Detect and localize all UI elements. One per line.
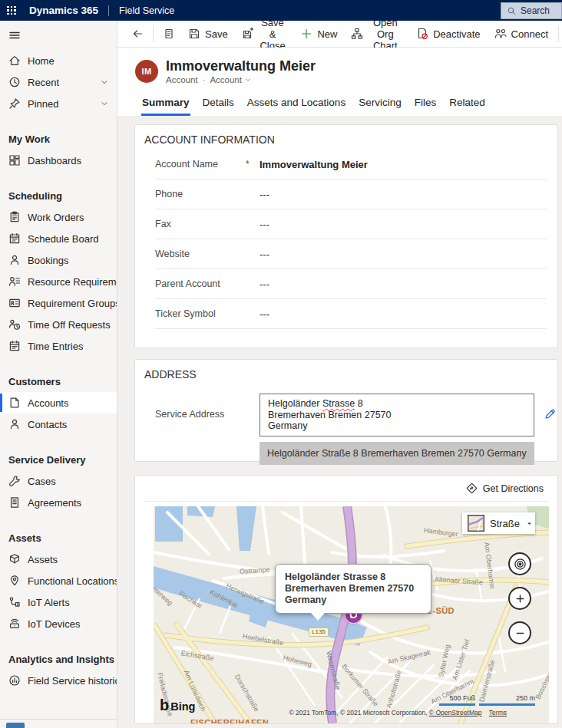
- command-bar: SaveSave & CloseNewOpen Org ChartDeactiv…: [117, 21, 562, 48]
- clock-icon: [8, 76, 21, 88]
- field-label: Service Address: [155, 394, 260, 436]
- form-selector[interactable]: Account: [210, 75, 252, 84]
- toolbar-deactivate[interactable]: Deactivate: [409, 23, 487, 44]
- sidebar-item-pinned[interactable]: Pinned: [0, 93, 117, 114]
- field-value[interactable]: ---: [260, 219, 269, 230]
- nav-group-service-delivery: Service Delivery: [0, 449, 117, 470]
- waffle-menu-icon[interactable]: [0, 0, 23, 21]
- field-label: Fax: [155, 219, 246, 229]
- calendar-icon: [8, 340, 21, 352]
- openstreetmap-link[interactable]: © OpenStreetMap: [429, 709, 482, 716]
- pencil-icon: [544, 407, 557, 423]
- scale-meters-bar: [479, 703, 535, 706]
- edit-address-button[interactable]: [544, 407, 557, 423]
- nav-group-customers: Customers: [0, 371, 117, 392]
- sidebar-item-bookings[interactable]: Bookings: [0, 249, 117, 271]
- sidebar-item-time-off-requests[interactable]: Time Off Requests: [0, 314, 117, 335]
- section-title: ADDRESS: [135, 360, 557, 384]
- sidebar-item-recent[interactable]: Recent: [0, 71, 117, 93]
- hamburger-menu-icon[interactable]: [0, 21, 21, 50]
- sidebar-item-home[interactable]: Home: [0, 50, 117, 71]
- tab-related[interactable]: Related: [448, 95, 486, 116]
- account-information-section: ACCOUNT INFORMATION Account Name*Immover…: [134, 124, 558, 348]
- tab-servicing[interactable]: Servicing: [358, 95, 402, 116]
- search-input[interactable]: Search: [501, 2, 562, 19]
- locate-me-button[interactable]: [508, 552, 531, 575]
- toolbar-connect[interactable]: Connect: [488, 23, 555, 44]
- tab-details[interactable]: Details: [202, 95, 235, 116]
- id-card-icon: [8, 297, 21, 309]
- sidebar-item-agreements[interactable]: Agreements: [0, 492, 117, 513]
- address-suggestion[interactable]: Helgoländer Straße 8 Bremerhaven Bremen …: [260, 442, 534, 465]
- sidebar-item-functional-locations[interactable]: Functional Locations: [0, 570, 117, 591]
- map-route-badge: L135: [309, 628, 329, 637]
- field-row-fax: Fax---: [155, 209, 547, 239]
- page-title: Immoverwaltung Meier: [166, 58, 316, 74]
- home-icon: [8, 54, 21, 67]
- sidebar-item-schedule-board[interactable]: Schedule Board: [0, 228, 117, 249]
- breadcrumb: Account · Account: [166, 75, 316, 84]
- breadcrumb-dot: ·: [203, 75, 206, 84]
- sidebar-item-contacts[interactable]: Contacts: [0, 413, 117, 435]
- sidebar-item-iot-alerts[interactable]: IoT Alerts: [0, 591, 117, 613]
- topbar-divider: [108, 5, 109, 16]
- caret-down-icon: [525, 519, 534, 528]
- map-pin-icon: [8, 575, 21, 587]
- nav-group-scheduling: Scheduling: [0, 185, 117, 206]
- chevron-down-icon[interactable]: [100, 99, 109, 108]
- sidebar-item-work-orders[interactable]: Work Orders: [0, 206, 117, 228]
- record-header: IM Immoverwaltung Meier Account · Accoun…: [117, 48, 562, 95]
- save-icon: [188, 28, 200, 40]
- toolbar-open-org-chart[interactable]: Open Org Chart: [344, 23, 409, 44]
- chevron-down-icon[interactable]: [100, 77, 109, 87]
- sidebar-item-time-entries[interactable]: Time Entries: [0, 335, 117, 357]
- field-value[interactable]: ---: [260, 189, 269, 200]
- pin-icon: [8, 97, 21, 110]
- service-address-textarea[interactable]: Helgoländer Strasse 8Bremerhaven Bremen …: [260, 394, 534, 436]
- sidebar-item-dashboards[interactable]: Dashboards: [0, 150, 117, 171]
- sidebar-item-accounts[interactable]: Accounts: [0, 392, 117, 413]
- area-switcher[interactable]: [6, 723, 25, 728]
- field-value[interactable]: ---: [260, 308, 269, 320]
- form-tabs: SummaryDetailsAssets and LocationsServic…: [117, 95, 562, 116]
- sidebar-item-field-service-historic[interactable]: Field Service historic...: [0, 670, 117, 691]
- toolbar-back[interactable]: [125, 23, 150, 44]
- connect-icon: [494, 28, 507, 40]
- wrench-icon: [8, 475, 21, 487]
- field-label: Ticker Symbol: [155, 308, 246, 319]
- toolbar-save-close[interactable]: Save & Close: [235, 23, 294, 44]
- toolbar-form-switcher[interactable]: [157, 23, 181, 44]
- arrow-left-icon: [131, 28, 144, 40]
- nav-group-my-work: My Work: [0, 128, 117, 150]
- bing-logo[interactable]: b Bing: [160, 697, 195, 713]
- zoom-out-button[interactable]: [508, 621, 531, 644]
- tab-summary[interactable]: Summary: [141, 95, 190, 116]
- toolbar-save[interactable]: Save: [181, 23, 235, 44]
- field-value[interactable]: ---: [260, 249, 269, 260]
- map-section: Get Directions: [134, 475, 558, 724]
- sidebar-item-requirement-groups[interactable]: Requirement Groups: [0, 292, 117, 314]
- map-popup-text: Helgoländer Strasse 8Bremerhaven Bremen …: [285, 572, 414, 605]
- sidebar-item-assets[interactable]: Assets: [0, 548, 117, 570]
- sidebar-item-resource-requireme[interactable]: Resource Requireme...: [0, 271, 117, 292]
- tab-assets-and-locations[interactable]: Assets and Locations: [246, 95, 346, 116]
- sidebar-item-cases[interactable]: Cases: [0, 470, 117, 492]
- map-style-selector[interactable]: Straße: [462, 512, 535, 534]
- form-body: ACCOUNT INFORMATION Account Name*Immover…: [117, 116, 562, 728]
- zoom-in-button[interactable]: [508, 587, 531, 610]
- map-label: FISCHEREIHAFEN: [190, 718, 269, 723]
- toolbar-new[interactable]: New: [293, 23, 344, 44]
- field-value[interactable]: Immoverwaltung Meier: [260, 159, 368, 170]
- sidebar-item-iot-devices[interactable]: IoT Devices: [0, 613, 117, 634]
- tab-files[interactable]: Files: [414, 95, 438, 116]
- terms-link[interactable]: Terms: [489, 709, 507, 716]
- doc-corner-icon: [8, 397, 21, 409]
- nav-group-analytics-and-insights: Analytics and Insights: [0, 648, 117, 670]
- field-row-website: Website---: [155, 239, 547, 269]
- field-value[interactable]: ---: [260, 278, 269, 290]
- nav-group-assets: Assets: [0, 527, 117, 548]
- hamburger-icon: [8, 29, 21, 41]
- app-title: Dynamics 365: [29, 5, 98, 16]
- map[interactable]: HamburgerOstrampeHerwigstraßeKohlenkaiFi…: [154, 506, 549, 723]
- get-directions-button[interactable]: Get Directions: [466, 483, 544, 494]
